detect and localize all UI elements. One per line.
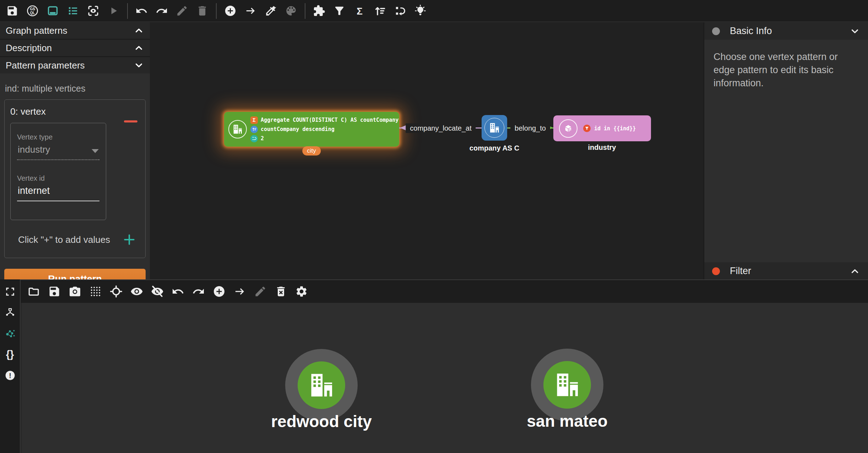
- color-palette-icon: [285, 5, 297, 17]
- sidebar-sections: Graph patterns Description Pattern param…: [0, 22, 150, 73]
- locate-button[interactable]: [106, 280, 126, 303]
- edge-label-company-locate-at[interactable]: company_locate_at: [406, 124, 476, 133]
- style-picker-button[interactable]: [261, 0, 281, 22]
- limit-button[interactable]: [390, 0, 410, 22]
- section-description[interactable]: Description: [0, 40, 150, 56]
- add-vertex-button[interactable]: [209, 280, 229, 303]
- suggestion-bulb-icon: [414, 5, 427, 17]
- section-label: Pattern parameters: [6, 60, 85, 71]
- chevron-up-icon: [134, 43, 144, 53]
- section-pattern-parameters[interactable]: Pattern parameters: [0, 57, 150, 73]
- settings-button[interactable]: [291, 280, 312, 303]
- filter-dot: [712, 267, 720, 275]
- aggregate-sigma-icon: Σ: [353, 5, 366, 17]
- section-graph-patterns[interactable]: Graph patterns: [0, 22, 150, 39]
- alerts-button[interactable]: !: [2, 367, 18, 383]
- save-icon: [6, 5, 18, 17]
- redo-button[interactable]: [152, 0, 172, 22]
- edit-pencil-icon: [176, 5, 188, 17]
- chevron-down-icon: [92, 149, 99, 153]
- preview-eye-icon: [87, 5, 99, 17]
- vertex-type-label: Vertex type: [17, 133, 99, 141]
- edit-button[interactable]: [250, 280, 271, 303]
- add-edge-button[interactable]: [240, 0, 261, 22]
- fullscreen-button[interactable]: [2, 284, 18, 299]
- filter-funnel-icon: [333, 5, 346, 17]
- vertex-pattern-company[interactable]: [482, 115, 507, 141]
- result-canvas[interactable]: redwood city san mateo: [21, 303, 868, 453]
- vertex-pattern-city[interactable]: Σ Aggregate COUNT(DISTINCT C) AS countCo…: [224, 112, 399, 147]
- edge-label-belong-to[interactable]: belong_to: [510, 124, 550, 133]
- redo-icon: [192, 285, 205, 298]
- screenshot-camera-icon: [69, 285, 81, 298]
- edit-button[interactable]: [172, 0, 192, 22]
- undo-icon: [135, 5, 148, 17]
- list-view-button[interactable]: [63, 0, 83, 22]
- basic-info-header[interactable]: Basic Info: [704, 22, 868, 40]
- add-values-row: Click "+" to add values: [10, 233, 140, 246]
- open-button[interactable]: [23, 280, 44, 303]
- aggregate-button[interactable]: Σ: [349, 0, 370, 22]
- run-step-button[interactable]: [103, 0, 124, 22]
- toolbar-divider: [305, 3, 305, 19]
- delete-button[interactable]: [192, 0, 212, 22]
- vertex-param-card: 0: vertex Vertex type industry Vertex id…: [4, 99, 146, 258]
- grid-layout-button[interactable]: [85, 280, 106, 303]
- json-view-button[interactable]: {}: [2, 346, 18, 362]
- basic-info-title: Basic Info: [730, 26, 772, 37]
- remove-value-button[interactable]: [124, 120, 137, 122]
- aggregate-sigma-icon: Σ: [250, 116, 258, 124]
- force-layout-button[interactable]: [2, 326, 18, 341]
- limit-rule-text: 2: [261, 135, 264, 142]
- filter-header[interactable]: Filter: [704, 262, 868, 280]
- hide-eye-off-icon: [151, 285, 164, 298]
- settings-gear-icon: [295, 285, 308, 298]
- pattern-view-button[interactable]: [43, 0, 63, 22]
- city-vertex-circle: [228, 120, 247, 138]
- result-vertex-label: san mateo: [527, 411, 608, 431]
- undo-button[interactable]: [168, 280, 188, 303]
- add-edge-button[interactable]: [229, 280, 250, 303]
- suggestion-button[interactable]: [410, 0, 430, 22]
- redo-button[interactable]: [188, 280, 209, 303]
- add-vertex-icon: [213, 285, 226, 298]
- aggregate-rule-text: Aggregate COUNT(DISTINCT C) AS countComp…: [261, 117, 398, 123]
- save-button[interactable]: [2, 0, 22, 22]
- screenshot-button[interactable]: [65, 280, 85, 303]
- save-button[interactable]: [44, 280, 65, 303]
- vertex-id-value: internet: [18, 185, 50, 196]
- hierarchy-layout-button[interactable]: [2, 305, 18, 320]
- vertex-type-select[interactable]: industry: [17, 141, 99, 160]
- undo-button[interactable]: [131, 0, 152, 22]
- chevron-up-icon: [134, 25, 144, 36]
- industry-vertex-label: industry: [588, 143, 616, 152]
- json-braces-icon: {}: [6, 349, 14, 360]
- add-vertex-button[interactable]: [220, 0, 240, 22]
- result-vertex-san-mateo[interactable]: [543, 361, 591, 409]
- add-edge-arrow-icon: [233, 285, 246, 298]
- vertex-pattern-industry[interactable]: id in {{ind}}: [553, 115, 651, 141]
- show-button[interactable]: [126, 280, 147, 303]
- fullscreen-icon: [5, 286, 16, 297]
- toolbar-divider: [127, 3, 128, 19]
- pattern-fragment-button[interactable]: [309, 0, 329, 22]
- city-vertex-tag[interactable]: city: [302, 146, 321, 155]
- explorer-side-strip: {} !: [0, 279, 21, 453]
- hide-button[interactable]: [147, 280, 168, 303]
- preview-button[interactable]: [83, 0, 103, 22]
- vertex-id-input[interactable]: internet: [17, 182, 99, 201]
- pattern-canvas[interactable]: Σ Aggregate COUNT(DISTINCT C) AS countCo…: [150, 22, 704, 279]
- limit-rule: 2: [250, 135, 398, 142]
- result-vertex-label: redwood city: [271, 412, 372, 431]
- filter-button[interactable]: [329, 0, 349, 22]
- result-vertex-redwood-city[interactable]: [298, 361, 345, 409]
- color-palette-button[interactable]: [281, 0, 301, 22]
- list-view-icon: [67, 5, 79, 17]
- filter-funnel-icon: [583, 125, 591, 132]
- force-layout-icon: [5, 328, 16, 339]
- delete-button[interactable]: [271, 280, 291, 303]
- add-value-button[interactable]: [123, 233, 136, 246]
- gsql-code-button[interactable]: GS QL: [22, 0, 43, 22]
- sort-button[interactable]: [370, 0, 390, 22]
- sort-icon: [250, 126, 258, 133]
